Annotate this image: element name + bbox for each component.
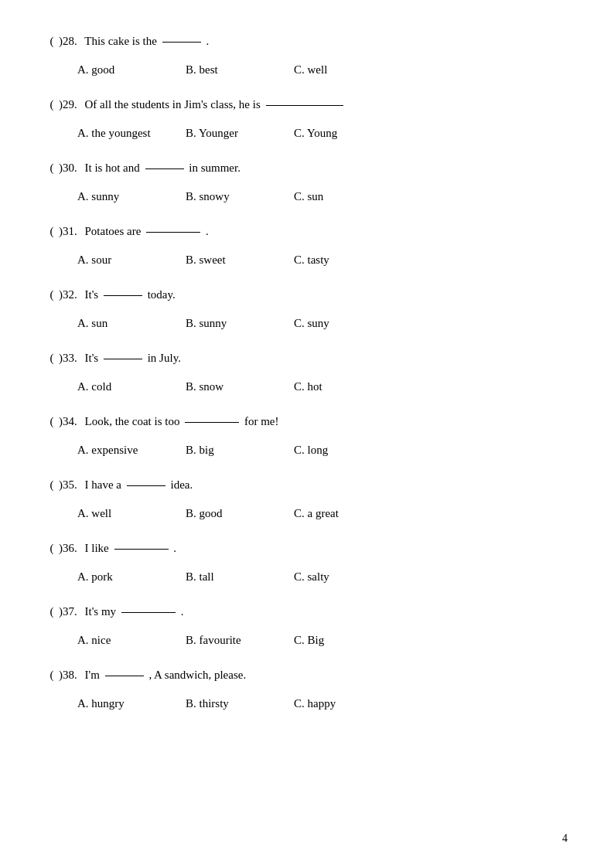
options-line-q31: A. sourB. sweetC. tasty [77, 250, 568, 271]
option-q34-b: B. big [186, 440, 294, 461]
option-q36-a: A. pork [77, 567, 186, 587]
left-paren: ( [46, 284, 57, 305]
options-line-q30: A. sunnyB. snowyC. sun [77, 186, 568, 207]
left-paren: ( [46, 94, 57, 115]
question-text-before: It's [82, 284, 101, 305]
option-q31-a: A. sour [77, 250, 186, 271]
question-block-q28: ()28. This cake is the .A. goodB. bestC.… [46, 31, 568, 80]
question-number: )31. [59, 221, 77, 242]
answer-blank [104, 359, 142, 359]
option-q29-b: B. Younger [186, 123, 294, 144]
left-paren: ( [46, 601, 57, 622]
question-number: )38. [59, 665, 77, 686]
options-line-q37: A. niceB. favouriteC. Big [77, 630, 568, 651]
question-text-before: It's [82, 348, 101, 369]
answer-blank [146, 232, 200, 233]
option-q30-a: A. sunny [77, 186, 186, 207]
option-q34-a: A. expensive [77, 440, 186, 461]
question-number: )30. [59, 158, 77, 179]
answer-blank [105, 676, 144, 676]
option-q32-a: A. sun [77, 313, 186, 334]
question-block-q31: ()31. Potatoes are .A. sourB. sweetC. ta… [46, 221, 568, 271]
question-text-after: , A sandwich, please. [146, 665, 247, 686]
option-q35-a: A. well [77, 503, 186, 524]
left-paren: ( [46, 348, 57, 369]
answer-blank [162, 42, 201, 43]
question-line-q34: ()34. Look, the coat is too for me! [46, 411, 568, 432]
option-q35-b: B. good [186, 503, 294, 524]
answer-blank [127, 485, 165, 486]
answer-blank [185, 422, 239, 423]
option-q35-c: C. a great [294, 503, 402, 524]
question-block-q38: ()38. I'm , A sandwich, please.A. hungry… [46, 665, 568, 714]
question-text-before: Potatoes are [82, 221, 144, 242]
question-line-q35: ()35. I have a idea. [46, 475, 568, 495]
option-q28-a: A. good [77, 60, 186, 80]
question-text-before: It is hot and [82, 158, 143, 179]
question-line-q37: ()37. It's my . [46, 601, 568, 622]
question-block-q30: ()30. It is hot and in summer.A. sunnyB.… [46, 158, 568, 207]
option-q32-b: B. sunny [186, 313, 294, 334]
left-paren: ( [46, 221, 57, 242]
question-text-after: . [171, 538, 177, 559]
question-text-after: . [203, 31, 210, 52]
question-line-q28: ()28. This cake is the . [46, 31, 568, 52]
options-line-q36: A. porkB. tallC. salty [77, 567, 568, 587]
question-number: )34. [59, 411, 77, 432]
option-q28-c: C. well [294, 60, 402, 80]
option-q37-a: A. nice [77, 630, 186, 651]
options-line-q35: A. wellB. goodC. a great [77, 503, 568, 524]
option-q29-a: A. the youngest [77, 123, 186, 144]
question-text-before: It's my [82, 601, 119, 622]
question-text-before: This cake is the [82, 31, 160, 52]
question-block-q37: ()37. It's my .A. niceB. favouriteC. Big [46, 601, 568, 651]
left-paren: ( [46, 665, 57, 686]
question-text-before: I like [82, 538, 112, 559]
left-paren: ( [46, 538, 57, 559]
question-text-before: I have a [82, 475, 125, 495]
option-q31-c: C. tasty [294, 250, 402, 271]
question-block-q32: ()32. It's today.A. sunB. sunnyC. suny [46, 284, 568, 334]
question-number: )37. [59, 601, 77, 622]
question-block-q29: ()29. Of all the students in Jim's class… [46, 94, 568, 144]
question-text-after: in summer. [186, 158, 240, 179]
question-line-q38: ()38. I'm , A sandwich, please. [46, 665, 568, 686]
question-text-before: Of all the students in Jim's class, he i… [82, 94, 264, 115]
left-paren: ( [46, 158, 57, 179]
answer-blank [114, 549, 169, 550]
option-q38-a: A. hungry [77, 693, 186, 714]
question-text-after: for me! [241, 411, 278, 432]
options-line-q33: A. coldB. snowC. hot [77, 376, 568, 397]
question-text-after: in July. [145, 348, 181, 369]
option-q38-b: B. thirsty [186, 693, 294, 714]
option-q36-c: C. salty [294, 567, 402, 587]
options-line-q28: A. goodB. bestC. well [77, 60, 568, 80]
left-paren: ( [46, 31, 57, 52]
question-number: )28. [59, 31, 77, 52]
option-q37-b: B. favourite [186, 630, 294, 651]
option-q36-b: B. tall [186, 567, 294, 587]
question-number: )36. [59, 538, 77, 559]
page-number: 4 [562, 832, 568, 845]
answer-blank [145, 168, 184, 169]
question-line-q32: ()32. It's today. [46, 284, 568, 305]
option-q34-c: C. long [294, 440, 402, 461]
question-line-q29: ()29. Of all the students in Jim's class… [46, 94, 568, 115]
question-number: )35. [59, 475, 77, 495]
option-q30-b: B. snowy [186, 186, 294, 207]
options-line-q32: A. sunB. sunnyC. suny [77, 313, 568, 334]
answer-blank [266, 105, 343, 106]
option-q28-b: B. best [186, 60, 294, 80]
question-number: )29. [59, 94, 77, 115]
option-q31-b: B. sweet [186, 250, 294, 271]
question-block-q34: ()34. Look, the coat is too for me!A. ex… [46, 411, 568, 461]
left-paren: ( [46, 475, 57, 495]
question-line-q36: ()36. I like . [46, 538, 568, 559]
question-block-q35: ()35. I have a idea.A. wellB. goodC. a g… [46, 475, 568, 524]
question-line-q31: ()31. Potatoes are . [46, 221, 568, 242]
answer-blank [121, 612, 176, 613]
left-paren: ( [46, 411, 57, 432]
question-line-q33: ()33. It's in July. [46, 348, 568, 369]
question-line-q30: ()30. It is hot and in summer. [46, 158, 568, 179]
options-line-q34: A. expensiveB. bigC. long [77, 440, 568, 461]
